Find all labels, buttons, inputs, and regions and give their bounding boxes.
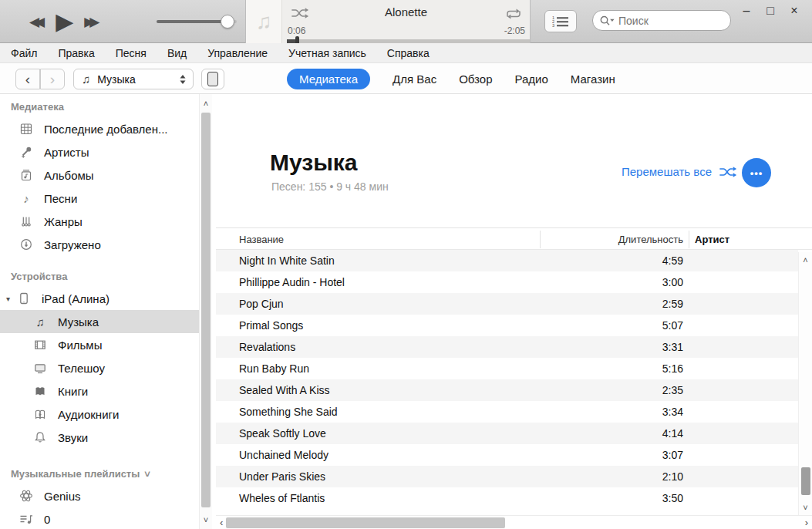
table-row[interactable]: Night In White Satin4:59	[216, 250, 798, 271]
sidebar-item-label: Телешоу	[58, 362, 105, 375]
sidebar-item-device-tones[interactable]: Звуки	[0, 426, 199, 449]
sidebar-item-device-tv[interactable]: Телешоу	[0, 356, 199, 379]
song-title: Something She Said	[239, 401, 338, 423]
maximize-button[interactable]: □	[763, 4, 777, 18]
vertical-scroll-thumb[interactable]	[801, 467, 810, 495]
menu-controls[interactable]: Управление	[207, 47, 268, 59]
sidebar-item-genres[interactable]: Жанры	[0, 210, 199, 233]
song-title: Under Paris Skies	[239, 466, 325, 487]
tab-library[interactable]: Медиатека	[287, 69, 370, 89]
shuffle-all-button[interactable]: Перемешать все	[622, 165, 738, 178]
sidebar-item-genius[interactable]: Genius	[0, 484, 199, 507]
sidebar-item-label: Аудиокниги	[58, 408, 119, 421]
sidebar-item-recently-added[interactable]: Последние добавлен...	[0, 117, 199, 140]
table-row[interactable]: Phillippe Audin - Hotel3:00	[216, 271, 798, 293]
sidebar-item-label: 0	[44, 513, 50, 526]
sidebar-item-songs[interactable]: ♪ Песни	[0, 187, 199, 210]
audiobooks-icon	[32, 408, 48, 420]
search-box[interactable]	[592, 10, 731, 31]
table-row[interactable]: Wheles of Ftlantis3:50	[216, 487, 798, 509]
menu-view[interactable]: Вид	[167, 47, 187, 59]
menu-help[interactable]: Справка	[387, 47, 430, 59]
tab-radio[interactable]: Радио	[515, 72, 548, 86]
volume-fill	[157, 20, 227, 23]
table-row[interactable]: Revalations3:31	[216, 336, 798, 358]
table-row[interactable]: Pop Cjun2:59	[216, 293, 798, 315]
sidebar-item-ipad-device[interactable]: ▾ iPad (Алина)	[0, 287, 199, 310]
sidebar-item-label: Артисты	[44, 146, 89, 159]
column-header-duration[interactable]: Длительность	[540, 228, 683, 251]
scroll-down-icon[interactable]: ˅	[799, 503, 812, 512]
table-vertical-scrollbar[interactable]: ˄ ˅	[798, 252, 812, 515]
column-header-artist[interactable]: Артист	[695, 228, 729, 251]
table-row[interactable]: Unchained Melody3:07	[216, 444, 798, 466]
fast-forward-button[interactable]: ▶▶	[84, 14, 99, 30]
volume-slider[interactable]	[157, 0, 237, 43]
sidebar-item-device-audiobooks[interactable]: Аудиокниги	[0, 403, 199, 426]
sidebar-scrollbar[interactable]: ˄ ˅	[199, 94, 212, 529]
media-kind-picker[interactable]: ♫ Музыка	[73, 69, 194, 89]
table-row[interactable]: Something She Said3:34	[216, 401, 798, 423]
table-horizontal-scrollbar[interactable]: ‹ ›	[216, 515, 812, 529]
table-row[interactable]: Primal Songs5:07	[216, 315, 798, 336]
sidebar-item-device-music[interactable]: ♫ Музыка	[0, 310, 199, 333]
scroll-up-icon[interactable]: ˄	[799, 255, 812, 264]
up-next-button[interactable]: 1 2 3	[544, 10, 577, 32]
tab-store[interactable]: Магазин	[571, 72, 615, 86]
song-title: Sealed With A Kiss	[239, 379, 330, 401]
sidebar-section-playlists: Музыкальные плейлисты ˅	[0, 461, 216, 484]
close-button[interactable]: ×	[787, 4, 801, 18]
song-duration: 5:16	[662, 358, 683, 379]
forward-button[interactable]: ›	[40, 69, 65, 89]
music-note-icon: ♫	[82, 72, 90, 86]
sidebar-item-label: Книги	[58, 385, 88, 398]
sidebar-item-device-movies[interactable]: Фильмы	[0, 333, 199, 356]
menu-song[interactable]: Песня	[116, 47, 147, 59]
rewind-button[interactable]: ◀◀	[29, 14, 45, 30]
repeat-icon[interactable]	[504, 8, 524, 20]
playlists-section-label: Музыкальные плейлисты	[11, 468, 140, 480]
now-playing-main: Alonette 0:06 -2:05	[282, 0, 530, 43]
table-row[interactable]: Sealed With A Kiss2:35	[216, 379, 798, 401]
page-title: Музыка	[270, 150, 358, 176]
chevron-down-icon[interactable]: ˅	[144, 468, 150, 480]
tab-for-you[interactable]: Для Вас	[393, 72, 436, 86]
sidebar-item-downloaded[interactable]: Загружено	[0, 233, 199, 256]
sidebar-item-albums[interactable]: Альбомы	[0, 163, 199, 187]
menu-file[interactable]: Файл	[11, 47, 37, 59]
back-button[interactable]: ‹	[15, 69, 40, 89]
menu-account[interactable]: Учетная запись	[288, 47, 366, 59]
scroll-left-icon[interactable]: ‹	[220, 516, 223, 529]
horizontal-scroll-thumb[interactable]	[226, 517, 505, 528]
column-header-name[interactable]: Название	[239, 228, 284, 251]
minimize-button[interactable]: –	[740, 4, 753, 18]
sidebar-scroll-thumb[interactable]	[201, 113, 211, 507]
sidebar-item-device-books[interactable]: Книги	[0, 379, 199, 403]
search-input[interactable]	[618, 15, 711, 27]
movies-icon	[32, 339, 48, 351]
nav-bar: ‹ › ♫ Музыка Медиатека Для Вас Обзор Рад…	[0, 63, 812, 94]
scroll-up-icon[interactable]: ˄	[200, 99, 212, 108]
ellipsis-icon: •••	[750, 167, 763, 179]
scroll-right-icon[interactable]: ›	[805, 516, 808, 529]
disclosure-triangle-icon[interactable]: ▾	[6, 295, 10, 303]
genres-icon	[19, 215, 34, 227]
table-row[interactable]: Under Paris Skies2:10	[216, 466, 798, 487]
column-divider[interactable]	[540, 231, 541, 248]
sidebar-item-playlist-0[interactable]: 0	[0, 507, 199, 529]
more-button[interactable]: •••	[742, 158, 771, 187]
column-divider[interactable]	[689, 231, 689, 248]
toolbar: ◀◀ ▶ ▶▶ ♫ Alonette	[0, 0, 812, 43]
table-row[interactable]: Speak Softly Love4:14	[216, 423, 798, 444]
sidebar-item-artists[interactable]: Артисты	[0, 140, 199, 163]
table-row[interactable]: Run Baby Run5:16	[216, 358, 798, 379]
song-duration: 2:35	[662, 379, 683, 401]
tab-browse[interactable]: Обзор	[459, 72, 492, 86]
menu-edit[interactable]: Правка	[58, 47, 94, 59]
device-button[interactable]	[201, 69, 224, 89]
volume-knob[interactable]	[221, 15, 234, 29]
play-button[interactable]: ▶	[56, 10, 73, 33]
sidebar-item-label: Музыка	[58, 315, 99, 329]
scroll-down-icon[interactable]: ˅	[200, 515, 212, 524]
bell-icon	[32, 431, 48, 443]
